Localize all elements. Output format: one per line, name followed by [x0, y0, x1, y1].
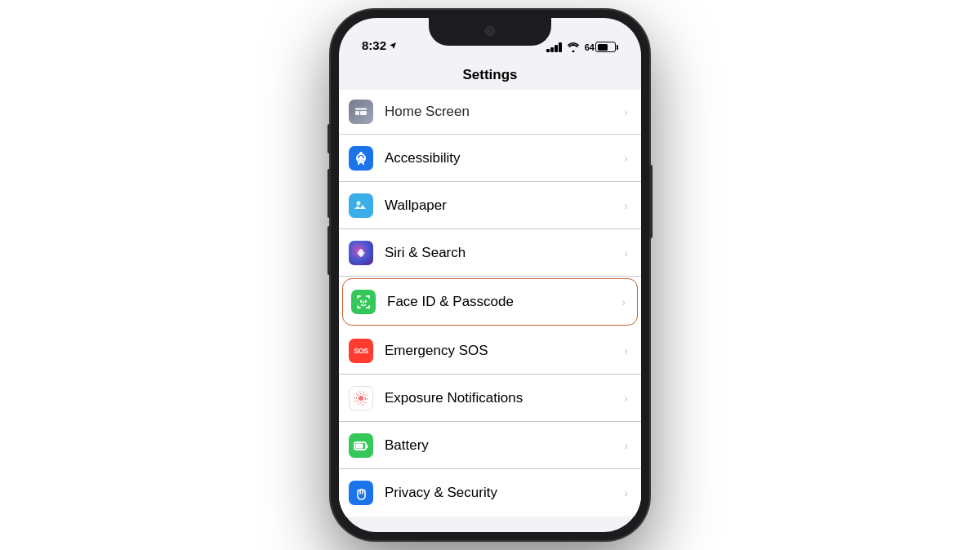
list-item[interactable]: Face ID & Passcode ›: [342, 278, 638, 326]
list-item[interactable]: Privacy & Security ›: [339, 469, 641, 517]
power-button: [649, 165, 653, 238]
battery-symbol: [353, 437, 369, 454]
home-screen-icon: [349, 100, 373, 124]
siri-icon: [349, 241, 373, 265]
mute-button: [327, 124, 331, 153]
battery-label: Battery: [385, 437, 624, 454]
svg-rect-19: [356, 443, 363, 448]
wallpaper-symbol: [353, 197, 369, 214]
chevron-icon: ›: [624, 152, 628, 165]
exposure-symbol: [352, 389, 370, 407]
svg-rect-2: [355, 108, 367, 110]
faceid-icon: [351, 290, 376, 314]
chevron-icon: ›: [624, 246, 628, 259]
wifi-icon: [567, 42, 580, 52]
status-time: 8:32: [362, 38, 397, 52]
volume-down-button: [327, 226, 331, 275]
phone-device: 8:32: [331, 10, 649, 540]
battery-status: 64: [585, 42, 618, 52]
status-icons: 64: [546, 42, 618, 52]
wallpaper-label: Wallpaper: [385, 197, 624, 214]
siri-label: Siri & Search: [385, 245, 624, 261]
svg-rect-1: [360, 111, 367, 115]
list-item[interactable]: Exposure Notifications ›: [339, 375, 641, 422]
chevron-icon: ›: [624, 105, 628, 118]
home-screen-label: Home Screen: [385, 104, 624, 120]
exposure-label: Exposure Notifications: [385, 390, 624, 406]
signal-icon: [546, 42, 562, 52]
list-item[interactable]: Wallpaper ›: [339, 182, 641, 229]
page-title: Settings: [339, 59, 641, 90]
chevron-icon: ›: [624, 439, 628, 452]
wallpaper-icon: [349, 193, 373, 218]
exposure-icon: [349, 386, 373, 410]
svg-point-14: [359, 396, 363, 401]
svg-rect-18: [366, 445, 368, 448]
home-icon: [354, 104, 368, 119]
screen-content: Settings Home Screen ›: [339, 59, 641, 532]
accessibility-label: Accessibility: [385, 150, 624, 166]
siri-symbol: [354, 246, 368, 260]
privacy-symbol: [353, 485, 369, 501]
phone-screen: 8:32: [339, 18, 641, 532]
emergency-sos-label: Emergency SOS: [385, 343, 624, 359]
emergency-sos-icon: SOS: [349, 339, 373, 363]
location-icon: [389, 42, 397, 50]
notch: [429, 18, 551, 46]
accessibility-symbol: [353, 150, 369, 166]
svg-point-11: [357, 251, 365, 255]
chevron-icon: ›: [624, 392, 628, 405]
svg-rect-0: [355, 111, 359, 115]
svg-point-9: [357, 201, 361, 205]
battery-icon: [349, 433, 373, 458]
chevron-icon: ›: [624, 199, 628, 212]
privacy-icon: [349, 481, 373, 505]
chevron-icon: ›: [624, 344, 628, 357]
list-item[interactable]: Home Screen ›: [339, 90, 641, 135]
privacy-label: Privacy & Security: [385, 485, 624, 501]
chevron-icon: ›: [621, 295, 626, 308]
list-item[interactable]: Accessibility ›: [339, 135, 641, 182]
settings-list: Home Screen ›: [339, 90, 641, 517]
front-camera: [485, 26, 495, 36]
faceid-label: Face ID & Passcode: [387, 294, 621, 310]
list-item[interactable]: SOS Emergency SOS ›: [339, 327, 641, 375]
list-item[interactable]: Battery ›: [339, 422, 641, 469]
chevron-icon: ›: [624, 486, 628, 499]
accessibility-icon: [349, 146, 373, 171]
faceid-symbol: [355, 294, 372, 310]
volume-up-button: [327, 169, 331, 218]
list-item[interactable]: Siri & Search ›: [339, 229, 641, 277]
